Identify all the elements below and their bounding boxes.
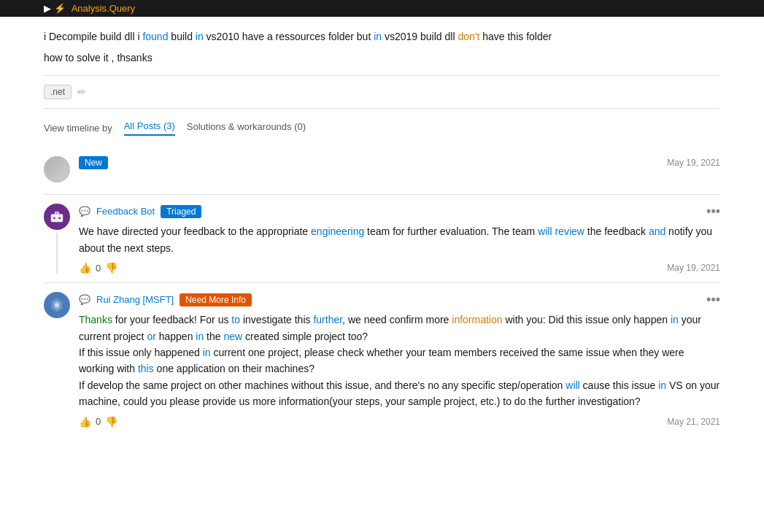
list-item: New May 19, 2021: [44, 147, 720, 194]
post-header-1: New May 19, 2021: [79, 156, 720, 169]
like-count-3: 0: [96, 416, 101, 427]
avatar-1: [44, 156, 70, 182]
tab-all-posts[interactable]: All Posts (3): [124, 120, 175, 136]
page-container: ▶ ⚡ Analysis.Query i Decompile build dll…: [0, 0, 764, 436]
post-header-3: 💬 Rui Zhang [MSFT] Need More Info •••: [79, 292, 720, 307]
svg-point-7: [55, 303, 59, 307]
thumbup-btn-3[interactable]: 👍: [79, 416, 91, 428]
timeline-line-2: [56, 233, 58, 274]
comment-icon-2: 💬: [79, 206, 90, 217]
like-count-2: 0: [96, 263, 101, 274]
post-body-2: 💬 Feedback Bot Triaged ••• We have direc…: [79, 204, 720, 274]
svg-rect-0: [51, 215, 63, 223]
badge-triaged: Triaged: [161, 205, 201, 218]
tab-solutions[interactable]: Solutions & workarounds (0): [187, 121, 306, 135]
thumbup-btn-2[interactable]: 👍: [79, 262, 91, 274]
how-to-solve-text: how to solve it , thsanks: [44, 52, 720, 63]
post-date-2: May 19, 2021: [667, 263, 720, 273]
content-area: i Decompile build dll i found build in v…: [0, 17, 764, 436]
more-options-btn-3[interactable]: •••: [706, 292, 720, 307]
avatar-user: [44, 292, 70, 318]
thumbdown-btn-2[interactable]: 👎: [105, 262, 117, 274]
post-reactions-2: 👍 0 👎 May 19, 2021: [79, 262, 720, 274]
main-post-text: i Decompile build dll i found build in v…: [44, 28, 720, 45]
avatar-col-3: [44, 292, 70, 427]
net-tag[interactable]: .net: [44, 85, 72, 99]
thumbdown-btn-3[interactable]: 👎: [105, 416, 117, 428]
list-item: 💬 Feedback Bot Triaged ••• We have direc…: [44, 195, 720, 282]
post-header-2: 💬 Feedback Bot Triaged •••: [79, 204, 720, 219]
avatar-col-2: [44, 204, 70, 274]
post-reactions-3: 👍 0 👎 May 21, 2021: [79, 416, 720, 428]
post-body-3: 💬 Rui Zhang [MSFT] Need More Info ••• Th…: [79, 292, 720, 427]
play-icon: ▶ ⚡: [44, 3, 66, 14]
avatar-bot: [44, 204, 70, 230]
badge-new: New: [79, 156, 108, 169]
svg-point-1: [53, 217, 55, 220]
post-date-1: May 19, 2021: [667, 158, 720, 168]
top-bar: ▶ ⚡ Analysis.Query: [0, 0, 764, 17]
post-content-3: Thanks for your feedback! For us to inve…: [79, 312, 720, 409]
more-options-btn-2[interactable]: •••: [706, 204, 720, 219]
badge-need-more-info: Need More Info: [180, 293, 252, 307]
tags-row: .net ✏: [44, 75, 720, 109]
timeline-row: View timeline by All Posts (3) Solutions…: [44, 120, 720, 136]
posts-section: New May 19, 2021: [44, 147, 720, 436]
post-body-1: New May 19, 2021: [79, 156, 720, 185]
timeline-label: View timeline by: [44, 123, 112, 134]
post-content-2: We have directed your feedback to the ap…: [79, 223, 720, 256]
comment-icon-3: 💬: [79, 294, 90, 305]
author-rui-zhang[interactable]: Rui Zhang [MSFT]: [96, 294, 174, 305]
author-feedback-bot[interactable]: Feedback Bot: [96, 206, 155, 217]
post-date-3: May 21, 2021: [667, 417, 720, 427]
svg-point-2: [58, 217, 61, 220]
list-item: 💬 Rui Zhang [MSFT] Need More Info ••• Th…: [44, 283, 720, 436]
avatar-col-1: [44, 156, 70, 185]
top-bar-text: Analysis.Query: [72, 3, 135, 14]
edit-icon[interactable]: ✏: [77, 86, 86, 98]
